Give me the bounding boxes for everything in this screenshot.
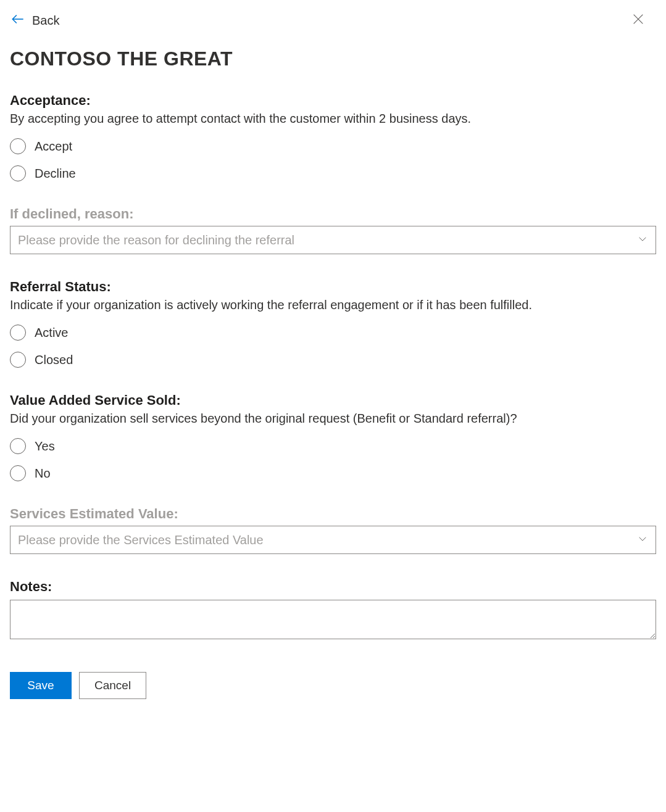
value-added-heading: Value Added Service Sold: xyxy=(10,392,656,408)
no-label: No xyxy=(35,466,51,481)
no-radio[interactable]: No xyxy=(10,465,656,481)
notes-heading: Notes: xyxy=(10,579,656,595)
accept-radio[interactable]: Accept xyxy=(10,138,656,154)
back-button[interactable]: Back xyxy=(10,11,59,30)
active-radio[interactable]: Active xyxy=(10,325,656,341)
save-button[interactable]: Save xyxy=(10,672,72,699)
yes-label: Yes xyxy=(35,439,55,454)
radio-icon xyxy=(10,352,26,368)
radio-icon xyxy=(10,438,26,454)
decline-label: Decline xyxy=(35,167,76,181)
acceptance-heading: Acceptance: xyxy=(10,93,656,109)
active-label: Active xyxy=(35,326,68,340)
cancel-button[interactable]: Cancel xyxy=(79,672,146,699)
close-button[interactable] xyxy=(631,12,656,29)
accept-label: Accept xyxy=(35,139,72,154)
referral-status-radio-group: Active Closed xyxy=(10,325,656,368)
page-title: CONTOSO THE GREAT xyxy=(10,48,656,70)
referral-status-heading: Referral Status: xyxy=(10,279,656,295)
radio-icon xyxy=(10,165,26,181)
value-added-description: Did your organization sell services beyo… xyxy=(10,410,656,427)
button-row: Save Cancel xyxy=(10,672,656,699)
back-arrow-icon xyxy=(10,11,26,30)
services-value-select[interactable]: Please provide the Services Estimated Va… xyxy=(10,526,656,554)
back-label: Back xyxy=(32,14,59,28)
decline-reason-select-wrapper: Please provide the reason for declining … xyxy=(10,226,656,254)
closed-label: Closed xyxy=(35,353,73,367)
header-row: Back xyxy=(10,11,656,30)
acceptance-description: By accepting you agree to attempt contac… xyxy=(10,110,656,127)
radio-icon xyxy=(10,465,26,481)
referral-status-description: Indicate if your organization is activel… xyxy=(10,296,656,313)
closed-radio[interactable]: Closed xyxy=(10,352,656,368)
decline-radio[interactable]: Decline xyxy=(10,165,656,181)
services-value-select-wrapper: Please provide the Services Estimated Va… xyxy=(10,526,656,554)
close-icon xyxy=(631,15,645,28)
value-added-radio-group: Yes No xyxy=(10,438,656,481)
yes-radio[interactable]: Yes xyxy=(10,438,656,454)
radio-icon xyxy=(10,325,26,341)
notes-textarea[interactable] xyxy=(10,600,656,639)
decline-reason-select[interactable]: Please provide the reason for declining … xyxy=(10,226,656,254)
acceptance-radio-group: Accept Decline xyxy=(10,138,656,181)
decline-reason-label: If declined, reason: xyxy=(10,206,656,222)
services-value-label: Services Estimated Value: xyxy=(10,506,656,522)
radio-icon xyxy=(10,138,26,154)
